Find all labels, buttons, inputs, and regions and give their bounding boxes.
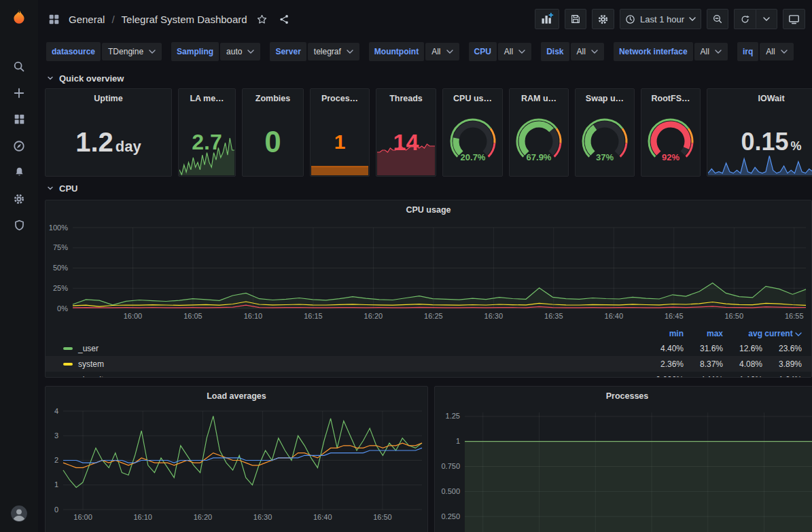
refresh-button[interactable]	[734, 9, 756, 29]
stat-value-group: 14	[393, 130, 419, 154]
sidebar-item-search[interactable]	[0, 53, 38, 79]
monitor-icon	[788, 14, 800, 25]
svg-text:16:45: 16:45	[665, 312, 684, 320]
save-dashboard-button[interactable]	[565, 9, 586, 29]
legend-sort-current[interactable]: current	[762, 329, 802, 338]
panel-ram_gauge: RAM u…67.9%	[509, 88, 569, 177]
svg-text:0.750: 0.750	[441, 462, 460, 470]
panel-rootfs_gauge: RootFS…92%	[641, 88, 701, 177]
legend-series-toggle[interactable]: system	[63, 359, 644, 369]
panel-processes: Processes 0.2500.5000.75011.25	[434, 386, 812, 532]
sidebar-item-create[interactable]	[0, 79, 38, 106]
variable-value: All	[577, 47, 586, 56]
caret-down-icon	[446, 50, 453, 54]
series-name: system	[78, 359, 104, 369]
sidebar-item-dashboards[interactable]	[0, 106, 38, 132]
load-averages-chart[interactable]: 0123416:0016:1016:2016:3016:4016:50	[46, 406, 427, 526]
grafana-app: General / Telegraf System Dashboard	[0, 0, 812, 532]
legend-sort-min[interactable]: min	[644, 329, 684, 338]
variable-value-dropdown[interactable]: All	[760, 43, 793, 60]
panel-title[interactable]: RootFS…	[641, 89, 700, 108]
panel-title[interactable]: Threads	[376, 89, 436, 108]
legend-value-min: 0.626%	[644, 375, 684, 378]
panel-title[interactable]: CPU usage	[46, 200, 811, 219]
stat-value-group: 2.7	[192, 131, 222, 153]
sidebar-item-explore[interactable]	[0, 132, 38, 159]
variable-value: telegraf	[314, 47, 341, 56]
breadcrumb-section[interactable]: General	[69, 14, 105, 25]
panel-title[interactable]: Zombies	[243, 89, 303, 108]
svg-text:16:50: 16:50	[724, 312, 743, 320]
variable-mountpoint: MountpointAll	[369, 42, 459, 61]
panel-title[interactable]: Proces…	[311, 89, 369, 108]
caret-down-icon	[149, 50, 156, 54]
sparkline	[708, 152, 812, 175]
legend-series-toggle[interactable]: _user	[63, 344, 644, 353]
apps-icon	[46, 12, 62, 27]
processes-chart[interactable]: 0.2500.5000.75011.25	[435, 406, 812, 532]
sidebar-item-configuration[interactable]	[0, 185, 38, 212]
variable-value: All	[701, 47, 709, 56]
plus-icon	[13, 87, 25, 99]
stat-visual: 0.15%	[707, 108, 812, 176]
legend-series-toggle[interactable]: _iowait	[63, 375, 644, 378]
star-icon	[256, 14, 268, 25]
panel-title[interactable]: CPU us…	[443, 89, 502, 108]
variable-value-dropdown[interactable]: All	[571, 43, 604, 60]
legend-value-current: 23.6%	[762, 344, 802, 353]
panel-title[interactable]: Uptime	[46, 89, 171, 108]
variable-value-dropdown[interactable]: All	[498, 43, 531, 60]
svg-text:16:05: 16:05	[183, 312, 202, 320]
panel-title[interactable]: Swap u…	[576, 89, 634, 108]
svg-text:0%: 0%	[57, 304, 68, 313]
refresh-interval-dropdown[interactable]	[756, 9, 777, 29]
variable-value-dropdown[interactable]: telegraf	[308, 43, 359, 60]
cpu-usage-chart[interactable]: 0%25%50%75%100%16:0016:0516:1016:1516:20…	[46, 219, 811, 327]
stat-value: 0.15	[741, 130, 788, 154]
caret-down-icon	[518, 50, 525, 54]
panel-load-averages: Load averages 0123416:0016:1016:2016:301…	[45, 386, 428, 532]
row-header-cpu[interactable]: CPU	[46, 181, 812, 196]
row-header-quick-overview[interactable]: Quick overview	[46, 71, 812, 86]
panel-title[interactable]: Processes	[435, 387, 812, 406]
stat-visual: 1	[311, 108, 369, 176]
legend-sort-max[interactable]: max	[684, 329, 723, 338]
breadcrumb-title[interactable]: Telegraf System Dashboard	[122, 14, 247, 25]
dashboard-settings-button[interactable]	[592, 9, 614, 29]
svg-text:0.250: 0.250	[441, 512, 460, 520]
svg-text:4: 4	[54, 407, 58, 415]
cycle-view-button[interactable]	[783, 9, 805, 29]
svg-text:16:10: 16:10	[133, 513, 152, 521]
variable-value-dropdown[interactable]: All	[694, 43, 728, 60]
stat-visual: 1.2day	[46, 108, 171, 176]
user-avatar[interactable]	[10, 505, 28, 522]
star-dashboard-button[interactable]	[254, 12, 270, 27]
stat-visual: 2.7	[179, 108, 235, 176]
panel-title[interactable]: RAM u…	[510, 89, 568, 108]
share-icon	[279, 14, 290, 25]
caret-down-icon	[781, 50, 788, 54]
add-panel-button[interactable]	[535, 9, 559, 29]
grafana-logo[interactable]	[10, 8, 28, 26]
sidebar-item-alerting[interactable]	[0, 159, 38, 185]
overview-panel-row: Uptime1.2dayLA me…2.7Zombies0Proces…1Thr…	[45, 88, 812, 177]
panel-title[interactable]: Load averages	[46, 387, 427, 406]
panel-title[interactable]: LA me…	[179, 89, 235, 108]
stat-visual: 14	[376, 108, 436, 176]
panel-la: LA me…2.7	[178, 88, 236, 177]
zoom-out-time-button[interactable]	[707, 9, 728, 29]
share-dashboard-button[interactable]	[277, 12, 292, 27]
variable-label: Mountpoint	[369, 42, 424, 61]
legend-value-current: 1.24%	[762, 375, 802, 378]
svg-text:92%: 92%	[662, 152, 679, 162]
variable-label: irq	[737, 42, 758, 61]
add-panel-icon	[540, 12, 554, 26]
panel-title[interactable]: IOWait	[707, 89, 812, 108]
stat-visual: 0	[243, 108, 303, 176]
variable-value-dropdown[interactable]: All	[425, 43, 459, 60]
variable-value-dropdown[interactable]: auto	[220, 43, 260, 60]
legend-sort-avg[interactable]: avg	[723, 329, 762, 338]
variable-value-dropdown[interactable]: TDengine	[102, 43, 162, 60]
time-picker-button[interactable]: Last 1 hour	[620, 9, 701, 29]
sidebar-item-server-admin[interactable]	[0, 212, 38, 238]
